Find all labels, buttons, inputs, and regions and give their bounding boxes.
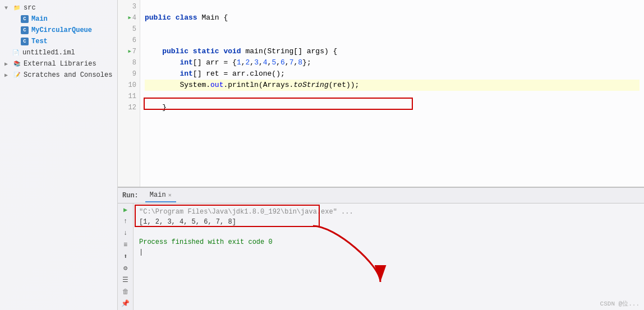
- code-line-10: System.out.println(Arrays.toString(ret))…: [145, 80, 640, 91]
- output-cursor: [139, 247, 638, 257]
- test-label: Test: [31, 38, 48, 45]
- src-arrow: ▼: [4, 5, 11, 11]
- code-line-8: int[] arr = {1,2,3,4,5,6,7,8};: [145, 57, 640, 68]
- line-num-10: 10: [118, 80, 136, 91]
- run-sidebar: ▶ ↑ ↓ ≡ ⬆ ⚙ ☰ 🗑 📌 "C:\Program Files\Java…: [118, 203, 644, 310]
- sidebar-tree: ▼ 📁 src C Main C MyCircularQueue C Test: [0, 0, 117, 83]
- run-tab-main-label: Main: [150, 191, 166, 199]
- content-area: 3 ▶ 4 5 6 ▶ 7 8 9 10 11 12: [118, 0, 644, 310]
- main-label: Main: [31, 15, 48, 23]
- ext-lib-arrow: ▶: [4, 61, 11, 67]
- run-soft-wrap-button[interactable]: ≡: [120, 240, 131, 249]
- sidebar-item-iml[interactable]: 📄 untitled1.iml: [0, 47, 117, 58]
- code-line-3: [145, 1, 640, 12]
- line-num-7: ▶ 7: [118, 46, 136, 57]
- run-tab-main[interactable]: Main ✕: [145, 189, 176, 202]
- run-label: Run:: [122, 192, 139, 200]
- ext-lib-icon: 📚: [12, 59, 21, 68]
- run-pin-button[interactable]: 📌: [120, 299, 131, 308]
- code-line-7: public static void main(String[] args) {: [145, 46, 640, 57]
- sidebar-item-scratches[interactable]: ▶ 📝 Scratches and Consoles: [0, 70, 117, 81]
- run-tabs: Run: Main ✕: [118, 188, 644, 203]
- main-container: ▼ 📁 src C Main C MyCircularQueue C Test: [0, 0, 644, 310]
- line-num-3: 3: [118, 1, 136, 12]
- mycircularqueue-label: MyCircularQueue: [31, 26, 92, 34]
- run-panel: Run: Main ✕ ▶ ↑ ↓ ≡ ⬆ ⚙ ☰ 🗑 📌: [118, 187, 644, 310]
- sidebar-item-external-libraries[interactable]: ▶ 📚 External Libraries: [0, 58, 117, 70]
- editor-area: 3 ▶ 4 5 6 ▶ 7 8 9 10 11 12: [118, 0, 644, 187]
- test-class-icon: C: [20, 37, 29, 46]
- line-num-9: 9: [118, 68, 136, 80]
- run-scroll-down-button[interactable]: ↓: [120, 229, 131, 238]
- output-line-1: "C:\Program Files\Java\jdk1.8.0_192\bin\…: [139, 207, 638, 217]
- src-label: src: [24, 4, 36, 12]
- sidebar-item-main[interactable]: C Main: [0, 13, 117, 25]
- scratches-arrow: ▶: [4, 72, 11, 78]
- iml-file-icon: 📄: [11, 48, 20, 57]
- run-layout-button[interactable]: ☰: [120, 276, 131, 284]
- line-num-6: 6: [118, 35, 136, 46]
- scratches-label: Scratches and Consoles: [24, 71, 112, 79]
- sidebar-item-src[interactable]: ▼ 📁 src: [0, 2, 117, 13]
- run-clear-button[interactable]: 🗑: [120, 288, 131, 296]
- code-line-6: [145, 35, 640, 46]
- output-line-2: [1, 2, 3, 4, 5, 6, 7, 8]: [139, 217, 638, 227]
- code-line-11: [145, 91, 640, 102]
- run-settings-button[interactable]: ⚙: [120, 264, 131, 272]
- code-container: 3 ▶ 4 5 6 ▶ 7 8 9 10 11 12: [118, 0, 644, 187]
- sidebar-item-test[interactable]: C Test: [0, 36, 117, 47]
- run-toolbar: ▶ ↑ ↓ ≡ ⬆ ⚙ ☰ 🗑 📌: [118, 203, 134, 310]
- code-line-5: [145, 24, 640, 35]
- iml-label: untitled1.iml: [22, 49, 75, 57]
- line-num-5: 5: [118, 24, 136, 35]
- code-content[interactable]: public class Main { public static void m…: [140, 0, 644, 187]
- run-tab-close-icon[interactable]: ✕: [168, 192, 172, 198]
- code-line-4: public class Main {: [145, 12, 640, 24]
- ext-lib-label: External Libraries: [24, 60, 96, 68]
- scratches-icon: 📝: [12, 71, 21, 80]
- code-line-9: int[] ret = arr.clone();: [145, 68, 640, 80]
- run-output: "C:\Program Files\Java\jdk1.8.0_192\bin\…: [134, 203, 644, 310]
- run-scroll-up-button[interactable]: ↑: [120, 218, 131, 226]
- mycircularqueue-class-icon: C: [20, 26, 29, 35]
- line-num-11: 11: [118, 91, 136, 102]
- run-print-button[interactable]: ⬆: [120, 252, 131, 261]
- output-line-4: Process finished with exit code 0: [139, 237, 638, 247]
- run-play-button[interactable]: ▶: [120, 206, 131, 214]
- line-numbers: 3 ▶ 4 5 6 ▶ 7 8 9 10 11 12: [118, 0, 140, 187]
- main-class-icon: C: [20, 15, 29, 24]
- line-num-8: 8: [118, 57, 136, 68]
- folder-icon: 📁: [12, 3, 21, 12]
- line-num-12: 12: [118, 102, 136, 113]
- output-line-3: [139, 227, 638, 237]
- sidebar-item-mycircularqueue[interactable]: C MyCircularQueue: [0, 25, 117, 36]
- line-num-4: ▶ 4: [118, 12, 136, 24]
- csdn-watermark: CSDN @位...: [600, 299, 640, 308]
- code-line-12: }: [145, 102, 640, 113]
- sidebar: ▼ 📁 src C Main C MyCircularQueue C Test: [0, 0, 118, 310]
